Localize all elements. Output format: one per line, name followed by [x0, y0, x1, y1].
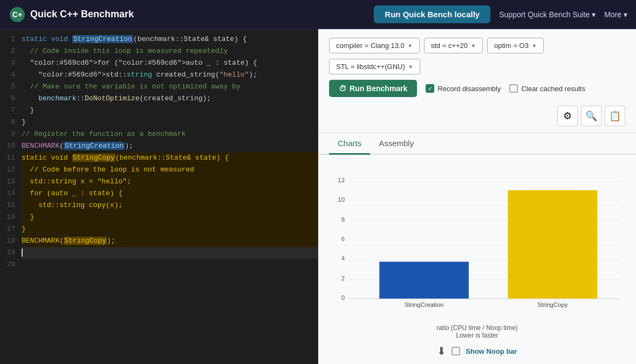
run-benchmark-button[interactable]: ⏱ Run Benchmark: [329, 80, 417, 97]
svg-text:10: 10: [338, 196, 345, 203]
code-line: // Make sure the variable is not optimiz…: [22, 81, 318, 93]
line-numbers: 1234567891011121314151617181920: [0, 33, 22, 271]
bar-stringcopy: [508, 190, 597, 299]
code-content[interactable]: static void StringCreation(benchmark::St…: [22, 33, 318, 271]
tab-assembly[interactable]: Assembly: [370, 133, 422, 155]
code-line: // Code before the loop is not measured: [22, 164, 318, 176]
noop-emphasis: Noop bar: [487, 347, 517, 355]
svg-text:0: 0: [341, 294, 345, 301]
record-disassembly-checkbox[interactable]: ✓ Record disassembly: [426, 84, 501, 93]
record-disassembly-label: Record disassembly: [437, 85, 501, 93]
tabs-row: Charts Assembly: [318, 133, 636, 155]
support-link[interactable]: Support Quick Bench Suite ▾: [499, 10, 596, 19]
run-local-button[interactable]: Run Quick Bench locally: [374, 5, 490, 23]
code-line: std::string copy(x);: [22, 200, 318, 211]
code-line: static void StringCreation(benchmark::St…: [22, 33, 318, 45]
svg-text:StringCreation: StringCreation: [405, 301, 444, 308]
code-line: // Code inside this loop is measured rep…: [22, 45, 318, 57]
code-line: static void StringCopy(benchmark::State&…: [22, 152, 318, 164]
stl-row: STL = libstdc++(GNU): [329, 59, 625, 74]
clear-cache-label: Clear cached results: [521, 85, 585, 93]
code-line: [22, 247, 318, 259]
svg-text:6: 6: [341, 236, 345, 242]
noop-row: ⬇ Show Noop bar: [329, 340, 625, 364]
noop-show: Show: [466, 347, 484, 355]
code-line: }: [22, 116, 318, 128]
code-line: BENCHMARK(StringCreation);: [22, 140, 318, 152]
icon-buttons: ⚙ 🔍 📋: [557, 106, 625, 126]
code-line: }: [22, 223, 318, 235]
download-icon[interactable]: ⬇: [437, 345, 446, 358]
svg-text:12: 12: [338, 177, 345, 183]
code-line: // Register the function as a benchmark: [22, 128, 318, 140]
std-dropdown[interactable]: std = c++20: [424, 38, 483, 53]
dropdowns-row: compiler = Clang 13.0 std = c++20 optim …: [329, 38, 625, 53]
code-area: 1234567891011121314151617181920 static v…: [0, 29, 318, 275]
noop-label: Show Noop bar: [466, 347, 517, 355]
controls-area: compiler = Clang 13.0 std = c++20 optim …: [318, 29, 636, 133]
chart-footer: ratio (CPU time / Noop time) Lower is fa…: [329, 322, 625, 340]
brand-title: Quick C++ Benchmark: [30, 9, 134, 20]
tab-charts[interactable]: Charts: [329, 133, 370, 155]
checkbox-unchecked-icon: [509, 84, 518, 93]
svg-text:C+: C+: [12, 10, 22, 19]
code-line: for (auto _ : state) {: [22, 188, 318, 200]
svg-text:4: 4: [341, 255, 345, 262]
checkbox-checked-icon: ✓: [426, 84, 434, 93]
optim-dropdown[interactable]: optim = O3: [487, 38, 544, 53]
more-menu[interactable]: More ▾: [604, 10, 627, 19]
chart-footer-line1: ratio (CPU time / Noop time): [329, 324, 625, 332]
code-line: "color:#569cd6">for ("color:#569cd6">aut…: [22, 57, 318, 69]
settings-button[interactable]: ⚙: [557, 106, 578, 126]
code-line: BENCHMARK(StringCopy);: [22, 235, 318, 247]
actions-row: ⏱ Run Benchmark ✓ Record disassembly Cle…: [329, 80, 625, 126]
code-line: }: [22, 105, 318, 116]
compiler-dropdown[interactable]: compiler = Clang 13.0: [329, 38, 420, 53]
code-line: }: [22, 211, 318, 223]
clear-cache-checkbox[interactable]: Clear cached results: [509, 84, 585, 93]
code-line: "color:#569cd6">std::string created_stri…: [22, 69, 318, 81]
svg-text:8: 8: [341, 216, 345, 223]
chart-svg: 0 2 4 6 8 10 12: [329, 160, 625, 322]
run-bench-label: Run Benchmark: [350, 84, 407, 93]
code-line: std::string x = "hello";: [22, 176, 318, 188]
chart-container: 0 2 4 6 8 10 12: [318, 155, 636, 364]
search-button[interactable]: 🔍: [581, 106, 601, 126]
right-panel: compiler = Clang 13.0 std = c++20 optim …: [318, 29, 636, 364]
share-button[interactable]: 📋: [605, 106, 625, 126]
chart-area: Charts Assembly 0 2 4 6 8 10 12: [318, 133, 636, 364]
code-line: benchmark::DoNotOptimize(created_string)…: [22, 93, 318, 105]
bar-chart: 0 2 4 6 8 10 12: [329, 160, 625, 322]
navbar: C+ Quick C++ Benchmark Run Quick Bench l…: [0, 0, 636, 29]
svg-text:2: 2: [341, 275, 345, 281]
noop-checkbox[interactable]: [452, 347, 460, 355]
editor-panel[interactable]: 1234567891011121314151617181920 static v…: [0, 29, 318, 364]
bar-stringcreation: [379, 262, 469, 298]
chart-footer-line2: Lower is faster: [329, 332, 625, 339]
stl-dropdown[interactable]: STL = libstdc++(GNU): [329, 59, 420, 74]
timer-icon: ⏱: [339, 84, 346, 93]
logo-icon: C+: [9, 6, 26, 23]
main-layout: 1234567891011121314151617181920 static v…: [0, 29, 636, 364]
svg-text:StringCopy: StringCopy: [537, 301, 568, 308]
brand: C+ Quick C++ Benchmark: [9, 6, 134, 23]
